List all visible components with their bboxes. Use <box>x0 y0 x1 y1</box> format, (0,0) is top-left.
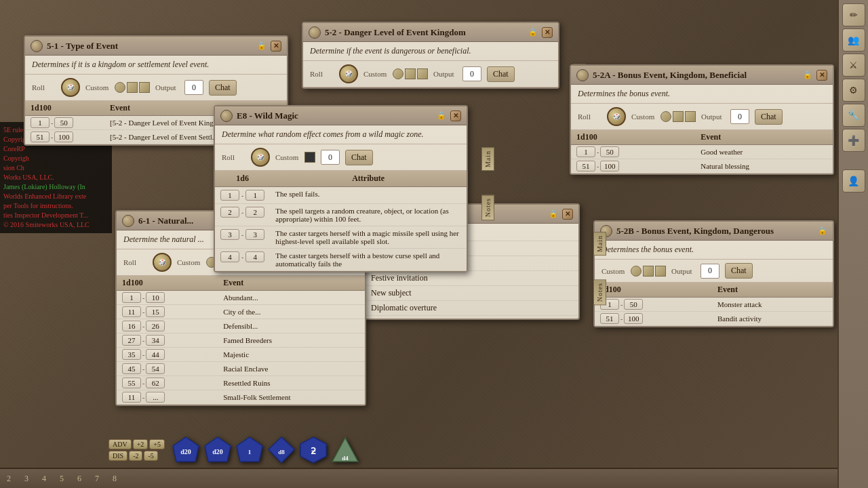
panel-e8-roll-label: Roll <box>222 153 245 161</box>
panel-51-title: 5-1 - Type of Event <box>47 41 253 52</box>
die-d20-1[interactable]: d20 <box>172 436 200 464</box>
panel-e8: E8 - Wild Magic 🔒 ✕ Determine what rando… <box>214 105 468 272</box>
bottom-num-5: 5 <box>60 474 64 484</box>
panel-52a-table: 1d100 Event 1 - 50 Good weather 51 <box>571 130 833 174</box>
panel-custom-close[interactable]: ✕ <box>562 209 573 220</box>
die-d10[interactable]: 1 <box>235 436 264 464</box>
panel-52a-roll-row: Roll 🎲 Custom Output 0 Chat <box>571 104 833 130</box>
table-row[interactable]: 27-34 Famed Breeders <box>117 333 365 348</box>
panel-52-close[interactable]: ✕ <box>542 27 553 38</box>
panel-51-close[interactable]: ✕ <box>271 41 281 52</box>
adv-badge[interactable]: ADV <box>108 439 132 449</box>
panel-52b-table: 1d100 Event 1-50 Monster attack 51-100 B… <box>595 283 833 326</box>
panel-51-desc: Determines if it is a kingdom or settlem… <box>25 56 287 75</box>
svg-text:d8: d8 <box>278 449 285 455</box>
panel-e8-lock[interactable]: 🔒 <box>437 111 446 121</box>
die-special[interactable]: ƻ <box>299 436 328 464</box>
toolbar-pencil-btn[interactable]: ✏ <box>842 3 865 26</box>
panel-51-chat-btn[interactable]: Chat <box>209 80 237 96</box>
panel-e8-custom-icons <box>304 152 315 163</box>
bottom-bar: 2 3 4 5 6 7 8 <box>0 468 837 488</box>
minus2-badge[interactable]: -2 <box>129 451 142 461</box>
panel-51-roll-row: Roll 🎲 Custom Output 0 Chat <box>25 75 287 101</box>
toolbar-person-btn[interactable]: 👤 <box>842 169 865 192</box>
panel-custom-notes-tab[interactable]: Notes <box>593 279 606 305</box>
list-item[interactable]: New subject <box>364 286 578 301</box>
panel-52-roll-label: Roll <box>310 70 334 78</box>
plus2-badge[interactable]: +2 <box>133 439 149 449</box>
table-row[interactable]: 11-... Small-Folk Settlement <box>117 390 365 405</box>
dis-badge[interactable]: DIS <box>108 451 127 461</box>
table-row[interactable]: 11-15 City of the... <box>117 305 365 319</box>
panel-e8-roll-btn[interactable]: 🎲 <box>251 148 270 167</box>
die-d4[interactable]: d4 <box>331 436 359 464</box>
table-row[interactable]: 51 - 100 Natural blessing <box>571 159 833 174</box>
panel-61-roll-btn[interactable]: 🎲 <box>153 253 172 272</box>
table-row[interactable]: 51-100 Bandit activity <box>595 312 833 326</box>
table-row[interactable]: 1 - 50 Good weather <box>571 145 833 159</box>
panel-52a-roll-btn[interactable]: 🎲 <box>607 107 626 126</box>
toolbar-plus-btn[interactable]: ➕ <box>842 129 865 152</box>
panel-52a-output: 0 <box>730 109 749 124</box>
minus5-badge[interactable]: -5 <box>144 451 157 461</box>
panel-52a-custom-circle <box>660 111 671 122</box>
panel-51-roll-label: Roll <box>32 83 56 92</box>
panel-52b-lock[interactable]: 🔒 <box>818 226 827 236</box>
panel-52b-title-bar[interactable]: 5-2B - Bonus Event, Kingdom, Dangerous 🔒 <box>595 222 833 241</box>
panel-custom-main-tab[interactable]: Main <box>593 232 606 256</box>
bottom-num-4: 4 <box>42 474 46 484</box>
die-d20-2[interactable]: d20 <box>203 436 232 464</box>
table-row[interactable]: 3 - 3 The caster targets herself with a … <box>215 226 467 249</box>
toolbar-users-btn[interactable]: 👥 <box>842 28 865 52</box>
panel-61-table: 1d100 Event 1-10 Abundant... 11-15 City … <box>117 276 365 405</box>
panel-52b-s1 <box>643 266 654 277</box>
panel-52-chat-btn[interactable]: Chat <box>487 66 515 82</box>
panel-e8-notes-tab[interactable]: Notes <box>481 195 494 220</box>
panel-52a-desc: Determines the bonus event. <box>571 85 833 104</box>
panel-52b-col1: 1d100 <box>595 283 712 298</box>
table-row[interactable]: 1-10 Abundant... <box>117 291 365 305</box>
plus5-badge[interactable]: +5 <box>149 439 165 449</box>
panel-52b-output-label: Output <box>671 267 695 275</box>
panel-e8-chat-btn[interactable]: Chat <box>345 150 373 165</box>
toolbar-settings2-btn[interactable]: 🔧 <box>842 104 865 127</box>
panel-52a-custom-sq2 <box>685 111 696 122</box>
panel-e8-close[interactable]: ✕ <box>450 110 461 121</box>
svg-text:d20: d20 <box>180 448 191 455</box>
list-item[interactable]: Festive invitation <box>364 271 578 286</box>
list-item[interactable]: Diplomatic overture <box>364 301 578 316</box>
panel-custom-lock[interactable]: 🔒 <box>549 209 558 219</box>
toolbar-sword-btn[interactable]: ⚔ <box>842 54 865 77</box>
panel-52a-title-bar[interactable]: 5-2A - Bonus Event, Kingdom, Beneficial … <box>571 66 833 85</box>
die-d8[interactable]: d8 <box>267 436 296 464</box>
panel-e8-table: 1d6 Attribute 1 - 1 The spell fails. <box>215 171 467 271</box>
panel-51-lock[interactable]: 🔒 <box>257 41 267 51</box>
event-cell: Abundant... <box>218 291 365 305</box>
panel-51-custom-icons <box>115 82 150 93</box>
table-row[interactable]: 45-54 Racial Enclave <box>117 362 365 376</box>
panel-52-lock[interactable]: 🔒 <box>528 28 538 37</box>
bottom-num-8: 8 <box>113 474 117 484</box>
panel-51-roll-btn[interactable]: 🎲 <box>61 78 80 97</box>
panel-51-title-bar[interactable]: 5-1 - Type of Event 🔒 ✕ <box>25 37 287 56</box>
svg-text:ƻ: ƻ <box>311 446 316 456</box>
panel-e8-title-bar[interactable]: E8 - Wild Magic 🔒 ✕ <box>215 106 467 125</box>
panel-52a-close[interactable]: ✕ <box>816 70 827 81</box>
panel-52b-c1 <box>631 266 642 277</box>
panel-52b-chat-btn[interactable]: Chat <box>725 263 753 279</box>
table-row[interactable]: 1-50 Monster attack <box>595 298 833 312</box>
panel-52a-lock[interactable]: 🔒 <box>803 70 812 80</box>
panel-e8-main-tab[interactable]: Main <box>481 147 494 171</box>
panel-52a-chat-btn[interactable]: Chat <box>755 109 783 125</box>
table-row[interactable]: 55-62 Resettled Ruins <box>117 376 365 390</box>
toolbar-settings-btn[interactable]: ⚙ <box>842 79 865 102</box>
table-row[interactable]: 16-26 Defensibl... <box>117 319 365 333</box>
panel-61-custom-label: Custom <box>177 258 201 266</box>
table-row[interactable]: 4 - 4 The caster targets herself with a … <box>215 249 467 271</box>
panel-52-title-bar[interactable]: 5-2 - Danger Level of Event Kingdom 🔒 ✕ <box>303 23 558 42</box>
table-row[interactable]: 35-44 Majestic <box>117 348 365 362</box>
table-row[interactable]: 1 - 1 The spell fails. <box>215 187 467 204</box>
panel-52-roll-btn[interactable]: 🎲 <box>339 64 358 83</box>
panel-52-icon <box>309 26 321 39</box>
table-row[interactable]: 2 - 2 The spell targets a random creatur… <box>215 204 467 226</box>
